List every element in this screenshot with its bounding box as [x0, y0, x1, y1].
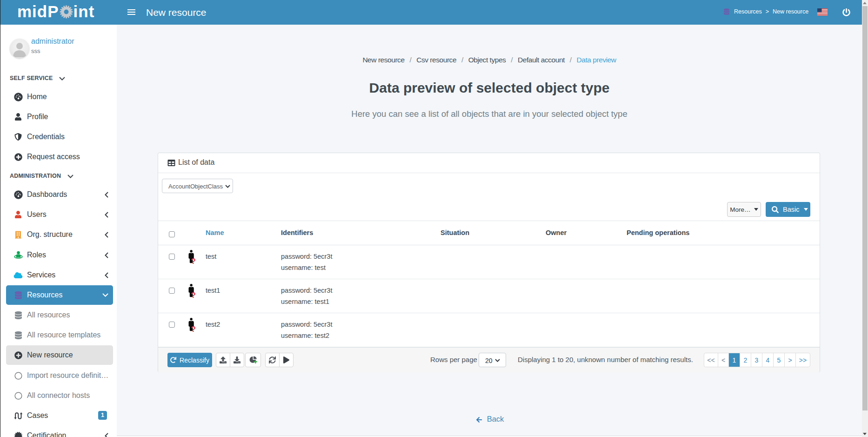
- svg-text:?: ?: [191, 257, 196, 265]
- svg-text:?: ?: [191, 291, 196, 299]
- svg-text:?: ?: [191, 325, 196, 333]
